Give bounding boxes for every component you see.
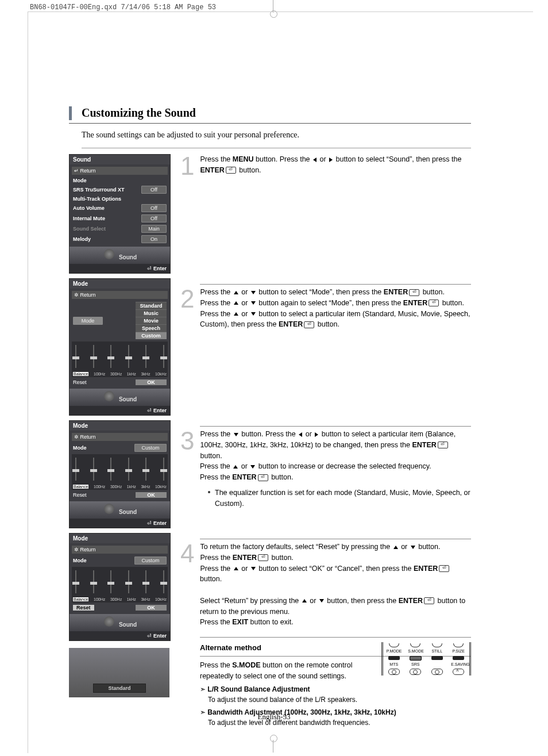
osd-reset: Reset — [73, 492, 87, 498]
up-arrow-icon — [233, 465, 238, 469]
step-number: 2 — [180, 280, 194, 318]
page-subtitle: The sound settings can be adjusted to su… — [82, 131, 471, 140]
remote-button-icon — [410, 669, 421, 675]
osd-title: Sound — [70, 155, 170, 164]
step-number: 1 — [180, 147, 194, 185]
osd-return: ✲ Return — [72, 291, 168, 299]
enter-icon: ⏎ — [304, 321, 314, 328]
print-header: BN68-01047F-00Eng.qxd 7/14/06 5:18 AM Pa… — [30, 3, 216, 11]
osd-enter-hint: ⏎ Enter — [70, 406, 170, 415]
osd-toast-label: Standard — [93, 684, 146, 693]
osd-enter-hint: ⏎ Enter — [70, 264, 170, 273]
step-number: 4 — [180, 535, 194, 573]
ear-icon — [104, 504, 114, 514]
remote-button-icon — [389, 643, 399, 647]
enter-icon: ⏎ — [439, 565, 449, 572]
up-arrow-icon — [234, 301, 238, 305]
down-arrow-icon — [411, 546, 415, 549]
down-arrow-icon — [319, 599, 324, 603]
cropmark — [28, 11, 533, 12]
remote-button-icon — [453, 656, 464, 660]
left-arrow-icon — [313, 158, 317, 162]
remote-button-icon — [388, 669, 400, 675]
step3-note: The equalizer function is set for each m… — [208, 488, 471, 509]
rule — [200, 426, 471, 427]
step4-text: To return the factory defaults, select “… — [200, 543, 465, 626]
osd-footer: Sound — [70, 389, 170, 406]
osd-mode-button: Mode — [73, 317, 103, 325]
ear-icon — [104, 249, 114, 259]
down-arrow-icon — [251, 567, 256, 570]
up-arrow-icon — [234, 312, 238, 316]
trim-line — [28, 11, 28, 753]
cropmark — [270, 735, 277, 742]
osd-mode-value: Custom — [134, 557, 167, 565]
enter-icon: ⏎ — [438, 442, 448, 448]
enter-icon: ⏎ — [258, 474, 268, 481]
page-title: Customizing the Sound — [82, 106, 471, 120]
osd-title: Mode — [70, 534, 170, 543]
enter-icon: ⏎ — [258, 554, 268, 561]
rule — [200, 284, 471, 285]
up-arrow-icon — [234, 291, 238, 294]
step1-text: Press the MENU button. Press the or butt… — [200, 155, 461, 174]
up-arrow-icon — [234, 567, 238, 570]
osd-equalizer: Balance100Hz300Hz1kHz3kHz10kHz — [72, 567, 168, 603]
down-arrow-icon — [251, 291, 256, 294]
rule — [200, 637, 471, 638]
osd-footer: Sound — [70, 247, 170, 264]
osd-equalizer: Balance100Hz300Hz1kHz3kHz10kHz — [72, 454, 168, 490]
osd-footer: Sound — [70, 614, 170, 631]
left-arrow-icon — [299, 432, 302, 437]
enter-icon: ⏎ — [424, 597, 434, 604]
up-arrow-icon — [393, 546, 398, 549]
osd-toast: Standard — [69, 648, 169, 697]
down-arrow-icon — [234, 433, 238, 436]
enter-icon: ⏎ — [226, 167, 236, 174]
right-arrow-icon — [329, 158, 333, 162]
osd-return: ↵ Return — [72, 167, 168, 175]
osd-reset: Reset — [73, 379, 87, 385]
osd-title: Mode — [70, 279, 170, 289]
remote-button-icon — [453, 643, 464, 647]
remote-smode-button-icon — [410, 656, 422, 661]
alt-item-1: ➣ L/R Sound Balance Adjustment To adjust… — [200, 684, 471, 705]
osd-mode-label: Mode — [73, 445, 87, 451]
osd-enter-hint: ⏎ Enter — [70, 519, 170, 528]
osd-return: ✲ Return — [72, 546, 168, 554]
osd-mode-value: Custom — [134, 444, 167, 452]
remote-button-icon — [388, 656, 400, 660]
up-arrow-icon — [302, 599, 307, 603]
osd-mode-menu: Mode ✲ Return Mode StandardMusicMovieSpe… — [69, 278, 171, 416]
remote-button-icon — [453, 669, 464, 675]
remote-button-icon — [431, 656, 443, 660]
rule — [200, 539, 471, 539]
osd-title: Mode — [70, 421, 170, 431]
page-number: English-53 — [0, 712, 548, 722]
rule — [69, 123, 471, 124]
osd-equalizer: Balance100Hz300Hz1kHz3kHz10kHz — [72, 341, 168, 377]
step3-text: Press the button. Press the or button to… — [200, 430, 456, 481]
remote-button-icon — [431, 669, 443, 675]
down-arrow-icon — [250, 465, 255, 469]
step-number: 3 — [180, 422, 194, 460]
osd-return: ✲ Return — [72, 433, 168, 441]
osd-ok: OK — [136, 379, 167, 385]
step2-text: Press the or button to select “Mode”, th… — [200, 288, 470, 328]
right-arrow-icon — [315, 432, 318, 437]
bullet-icon — [208, 491, 210, 493]
osd-mode-label: Mode — [73, 558, 87, 563]
osd-enter-hint: ⏎ Enter — [70, 631, 170, 640]
osd-reset: Reset — [73, 605, 94, 611]
osd-sound-menu: Sound ↵ Return ModeSRS TruSurround XTOff… — [69, 154, 171, 274]
osd-mode-list: StandardMusicMovieSpeechCustom — [136, 302, 167, 339]
down-arrow-icon — [251, 301, 256, 305]
osd-ok: OK — [136, 492, 167, 498]
osd-footer: Sound — [70, 501, 170, 519]
remote-button-icon — [432, 643, 442, 647]
enter-icon: ⏎ — [429, 300, 439, 306]
down-arrow-icon — [251, 312, 256, 316]
alt-body: Press the S.MODE button on the remote co… — [200, 660, 378, 682]
osd-ok: OK — [136, 605, 167, 611]
rule — [82, 148, 471, 148]
